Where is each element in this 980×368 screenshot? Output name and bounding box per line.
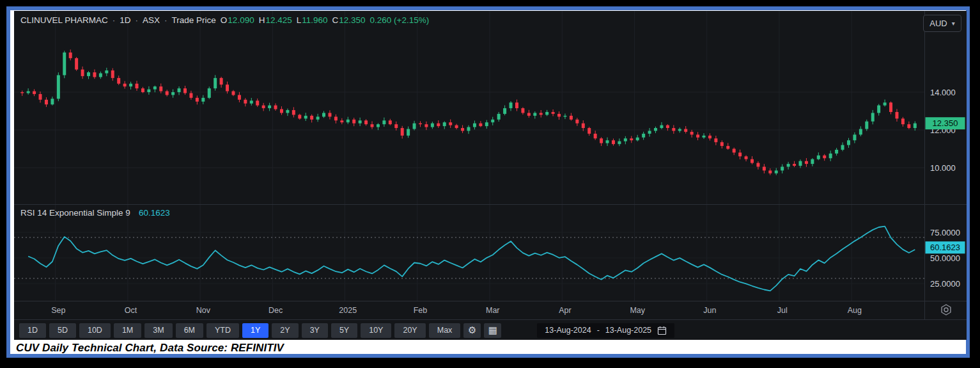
range-button-1m[interactable]: 1M bbox=[114, 323, 141, 338]
range-button-10d[interactable]: 10D bbox=[79, 323, 111, 338]
price-tick-label: 10.000 bbox=[930, 163, 956, 173]
calendar-icon bbox=[657, 326, 667, 335]
panel-separators bbox=[14, 11, 967, 320]
time-axis-label: 2025 bbox=[339, 306, 357, 315]
range-button-max[interactable]: Max bbox=[429, 323, 461, 338]
time-axis-label: Jun bbox=[703, 306, 716, 315]
figure-caption: CUV Daily Technical Chart, Data Source: … bbox=[16, 342, 284, 355]
range-toolbar: 1D5D10D1M3M6MYTD1Y2Y3Y5Y10Y20YMax ⚙ ▦ 13… bbox=[19, 323, 674, 338]
date-to: 13-Aug-2025 bbox=[605, 326, 651, 335]
trading-chart-window: CLINUVEL PHARMAC · 1D · ASX · Trade Pric… bbox=[14, 11, 967, 340]
rsi-tick-label: 25.0000 bbox=[930, 279, 960, 289]
rsi-line[interactable] bbox=[28, 227, 915, 291]
rsi-legend: RSI 14 Exponential Simple 960.1623 bbox=[20, 208, 170, 218]
series-type-label: Trade Price bbox=[172, 15, 216, 25]
change-value: 0.260 (+2.15%) bbox=[370, 15, 430, 25]
legend-separator: · bbox=[113, 15, 116, 25]
open-value: O12.090 bbox=[221, 15, 254, 25]
symbol-name[interactable]: CLINUVEL PHARMAC bbox=[20, 15, 108, 25]
date-range-dash: - bbox=[597, 326, 600, 335]
time-axis-label: Nov bbox=[196, 306, 211, 315]
date-range-picker[interactable]: 13-Aug-2024 - 13-Aug-2025 bbox=[537, 323, 674, 338]
settings-gear-icon[interactable]: ⚙ bbox=[463, 323, 481, 338]
low-value: L11.960 bbox=[297, 15, 328, 25]
rsi-tick-label: 75.0000 bbox=[930, 228, 960, 237]
time-axis[interactable]: SepOctNovDec2025FebMarAprMayJunJulAug bbox=[51, 306, 862, 315]
range-button-2y[interactable]: 2Y bbox=[272, 323, 298, 338]
currency-label: AUD bbox=[929, 19, 947, 28]
chevron-down-icon: ▾ bbox=[952, 20, 955, 27]
currency-dropdown[interactable]: AUD ▾ bbox=[923, 15, 961, 32]
range-button-5d[interactable]: 5D bbox=[49, 323, 76, 338]
time-axis-label: Oct bbox=[125, 306, 137, 315]
time-axis-label: May bbox=[630, 306, 645, 315]
close-value: C12.350 bbox=[332, 15, 366, 25]
time-axis-label: Dec bbox=[268, 306, 283, 315]
range-button-group: 1D5D10D1M3M6MYTD1Y2Y3Y5Y10Y20YMax bbox=[19, 323, 460, 338]
range-button-3y[interactable]: 3Y bbox=[302, 323, 328, 338]
time-axis-label: Aug bbox=[848, 306, 862, 315]
data-sheet-icon[interactable]: ▦ bbox=[484, 323, 501, 338]
rsi-value: 60.1623 bbox=[139, 208, 170, 218]
range-button-ytd[interactable]: YTD bbox=[206, 323, 239, 338]
range-button-1y[interactable]: 1Y bbox=[242, 323, 268, 338]
range-button-20y[interactable]: 20Y bbox=[394, 323, 425, 338]
chart-canvas[interactable]: RSI 14 Exponential Simple 960.162314.000… bbox=[14, 11, 967, 321]
rsi-tick-label: 50.0000 bbox=[930, 253, 960, 263]
legend-separator: · bbox=[136, 15, 139, 25]
time-axis-label: Feb bbox=[414, 306, 428, 315]
range-button-1d[interactable]: 1D bbox=[19, 323, 46, 338]
high-value: H12.425 bbox=[259, 15, 292, 25]
scroll-target-icon[interactable] bbox=[942, 305, 951, 315]
candlestick-series[interactable] bbox=[20, 49, 917, 175]
interval-label[interactable]: 1D bbox=[120, 15, 130, 25]
time-axis-label: Jul bbox=[777, 306, 788, 315]
price-tick-label: 14.000 bbox=[930, 88, 956, 97]
chart-legend: CLINUVEL PHARMAC · 1D · ASX · Trade Pric… bbox=[20, 15, 429, 25]
date-from: 13-Aug-2024 bbox=[545, 326, 591, 335]
rsi-label: RSI 14 Exponential Simple 9 bbox=[20, 208, 130, 218]
time-axis-label: Apr bbox=[559, 306, 571, 315]
exchange-label: ASX bbox=[143, 15, 160, 25]
time-axis-label: Mar bbox=[486, 306, 500, 315]
range-button-3m[interactable]: 3M bbox=[144, 323, 172, 338]
gridlines bbox=[14, 11, 925, 301]
time-axis-label: Sep bbox=[51, 306, 65, 315]
range-button-5y[interactable]: 5Y bbox=[331, 323, 357, 338]
last-price-badge-text: 12.350 bbox=[933, 118, 958, 128]
legend-separator: · bbox=[164, 15, 167, 25]
range-button-6m[interactable]: 6M bbox=[176, 323, 203, 338]
rsi-value-badge-text: 60.1623 bbox=[930, 243, 960, 252]
range-button-10y[interactable]: 10Y bbox=[361, 323, 391, 338]
slide-frame: CLINUVEL PHARMAC · 1D · ASX · Trade Pric… bbox=[6, 6, 970, 358]
